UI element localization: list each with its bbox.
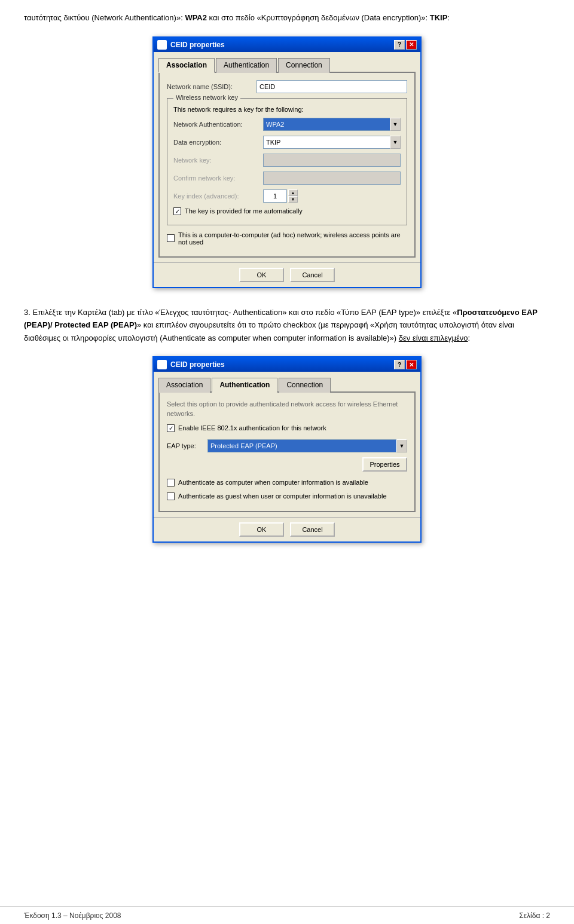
dialog2-tab-panel: Select this option to provide authentica…: [158, 393, 416, 512]
dialog2-title-text: CEID properties: [170, 360, 225, 369]
net-auth-label: Network Authentication:: [173, 121, 263, 128]
auto-key-checkbox[interactable]: [173, 207, 181, 215]
dialog2: CEID properties ? ✕ Association Authenti…: [152, 356, 422, 543]
section3-paragraph: 3. Επιλέξτε την Καρτέλα (tab) με τίτλο «…: [24, 306, 550, 344]
intro-bold2: TKIP: [430, 13, 448, 22]
dialog2-body: Association Authentication Connection Se…: [154, 372, 420, 517]
auth-computer-checkbox[interactable]: [167, 479, 175, 487]
wireless-key-groupbox: Wireless network key This network requir…: [167, 98, 407, 225]
section3-text3: :: [468, 334, 471, 342]
dialog2-container: CEID properties ? ✕ Association Authenti…: [24, 356, 550, 543]
tab-association-1[interactable]: Association: [158, 58, 215, 73]
network-name-label: Network name (SSID):: [167, 83, 257, 90]
confirm-key-label: Confirm network key:: [173, 175, 263, 182]
spinner-buttons: ▲ ▼: [288, 189, 298, 203]
confirm-key-row: Confirm network key:: [173, 172, 401, 185]
network-name-row: Network name (SSID):: [167, 80, 407, 93]
footer-page: Σελίδα : 2: [519, 911, 550, 920]
dialog2-help-button[interactable]: ?: [394, 360, 405, 369]
dialog1-title-text: CEID properties: [170, 41, 225, 49]
ieee-checkbox[interactable]: [167, 424, 175, 432]
help-button[interactable]: ?: [394, 40, 405, 50]
dialog2-titlebar-buttons: ? ✕: [394, 360, 417, 369]
properties-button[interactable]: Properties: [362, 457, 407, 472]
data-enc-select-container: TKIP ▼: [263, 136, 401, 149]
dialog2-titlebar: CEID properties ? ✕: [154, 357, 420, 372]
intro-bold1: WPA2: [185, 13, 207, 22]
dialog2-description: Select this option to provide authentica…: [167, 400, 407, 418]
adhoc-label: This is a computer-to-computer (ad hoc) …: [178, 231, 407, 246]
eap-select-arrow[interactable]: ▼: [396, 439, 407, 452]
data-enc-select[interactable]: TKIP: [263, 136, 401, 149]
net-auth-row: Network Authentication: WPA2 ▼: [173, 118, 401, 131]
footer: Έκδοση 1.3 – Νοέμβριος 2008 Σελίδα : 2: [0, 906, 574, 924]
groupbox-text: This network requires a key for the foll…: [173, 106, 401, 113]
adhoc-row: This is a computer-to-computer (ad hoc) …: [167, 231, 407, 246]
key-index-row: Key index (advanced): ▲ ▼: [173, 189, 401, 203]
intro-text2end: :: [447, 13, 450, 22]
net-auth-select-container: WPA2 ▼: [263, 118, 401, 131]
section3-num: 3.: [24, 308, 30, 317]
key-index-input: [263, 189, 287, 203]
dialog2-ok-button[interactable]: OK: [239, 522, 284, 537]
auto-key-row: The key is provided for me automatically: [173, 207, 401, 215]
dialog2-close-button[interactable]: ✕: [406, 360, 417, 369]
data-enc-label: Data encryption:: [173, 139, 263, 146]
auth-computer-label: Authenticate as computer when computer i…: [178, 479, 368, 486]
tab-authentication-2[interactable]: Authentication: [212, 378, 277, 393]
intro-paragraph: ταυτότητας δικτύου (Network Authenticati…: [24, 12, 550, 25]
dialog1-body: Association Authentication Connection Ne…: [154, 52, 420, 262]
auto-key-label: The key is provided for me automatically: [185, 207, 303, 215]
tab-connection-2[interactable]: Connection: [279, 378, 331, 393]
net-auth-select[interactable]: WPA2: [263, 118, 401, 131]
eap-type-label: EAP type:: [167, 442, 203, 449]
data-enc-row: Data encryption: TKIP ▼: [173, 136, 401, 149]
key-index-label: Key index (advanced):: [173, 192, 263, 200]
section3-underline: δεν είναι επιλεγμένο: [399, 334, 468, 342]
dialog1-title: CEID properties: [157, 40, 225, 50]
dialog1-ok-button[interactable]: OK: [239, 268, 284, 282]
eap-type-row: EAP type: Protected EAP (PEAP) ▼: [167, 439, 407, 452]
auth-guest-checkbox[interactable]: [167, 492, 175, 500]
ieee-row: Enable IEEE 802.1x authentication for th…: [167, 424, 407, 432]
confirm-key-input: [263, 172, 401, 185]
dialog1-titlebar: CEID properties ? ✕: [154, 38, 420, 52]
footer-edition: Έκδοση 1.3 – Νοέμβριος 2008: [24, 911, 121, 920]
dialog1-buttons: OK Cancel: [154, 262, 420, 287]
network-name-input[interactable]: [257, 80, 407, 93]
dialog1-tab-panel: Network name (SSID): Wireless network ke…: [158, 73, 416, 258]
dialog2-icon: [157, 360, 167, 369]
page-content: ταυτότητας δικτύου (Network Authenticati…: [0, 0, 574, 573]
data-enc-arrow[interactable]: ▼: [390, 136, 401, 149]
dialog1: CEID properties ? ✕ Association Authenti…: [152, 36, 422, 288]
eap-select-container: Protected EAP (PEAP) ▼: [207, 439, 407, 452]
net-key-input: [263, 154, 401, 167]
intro-text1: ταυτότητας δικτύου (Network Authenticati…: [24, 13, 185, 22]
dialog1-icon: [157, 40, 167, 50]
adhoc-checkbox[interactable]: [167, 234, 175, 242]
dialog2-cancel-button[interactable]: Cancel: [290, 522, 335, 537]
tab-association-2[interactable]: Association: [158, 378, 210, 393]
net-key-row: Network key:: [173, 154, 401, 167]
eap-type-select[interactable]: Protected EAP (PEAP): [207, 439, 396, 452]
dialog2-tabs: Association Authentication Connection: [158, 377, 416, 393]
groupbox-title: Wireless network key: [173, 94, 240, 101]
dialog1-tabs: Association Authentication Connection: [158, 57, 416, 73]
net-key-label: Network key:: [173, 157, 263, 164]
dialog1-cancel-button[interactable]: Cancel: [290, 268, 335, 282]
auth-computer-row: Authenticate as computer when computer i…: [167, 479, 407, 487]
titlebar-buttons: ? ✕: [394, 40, 417, 50]
auth-guest-row: Authenticate as guest when user or compu…: [167, 492, 407, 500]
tab-authentication-1[interactable]: Authentication: [216, 58, 277, 73]
dialog2-buttons: OK Cancel: [154, 517, 420, 541]
dialog2-title: CEID properties: [157, 360, 225, 369]
tab-connection-1[interactable]: Connection: [278, 58, 330, 73]
ieee-label: Enable IEEE 802.1x authentication for th…: [178, 424, 326, 432]
spinner-down: ▼: [288, 196, 298, 203]
dialog1-container: CEID properties ? ✕ Association Authenti…: [24, 36, 550, 288]
properties-row: Properties: [167, 457, 407, 472]
close-button[interactable]: ✕: [406, 40, 417, 50]
section3-text1: Επιλέξτε την Καρτέλα (tab) με τίτλο «Έλε…: [30, 308, 457, 317]
auth-guest-label: Authenticate as guest when user or compu…: [178, 492, 387, 500]
net-auth-arrow[interactable]: ▼: [390, 118, 401, 131]
